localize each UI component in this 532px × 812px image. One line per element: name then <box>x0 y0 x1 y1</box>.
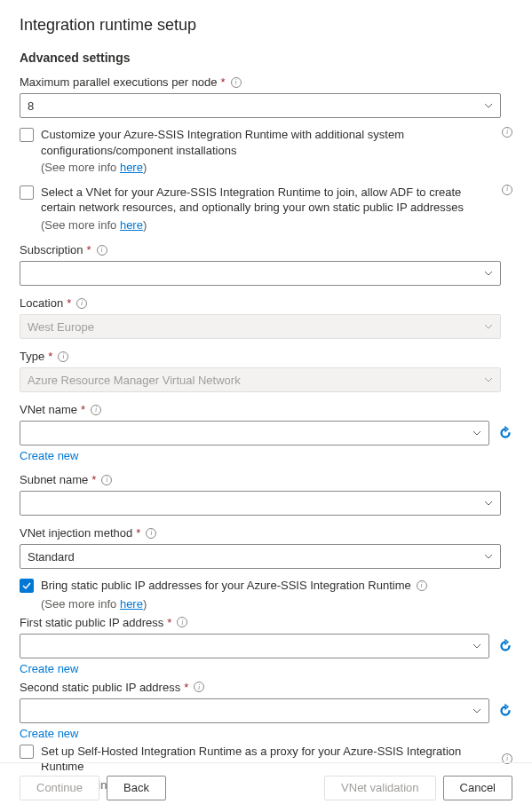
footer-bar: Continue Back VNet validation Cancel <box>0 762 532 812</box>
type-select: Azure Resource Manager Virtual Network <box>20 367 501 392</box>
info-icon[interactable] <box>417 580 427 591</box>
label-type: Type * <box>20 350 512 363</box>
required-asterisk: * <box>87 243 91 256</box>
label-second-static-ip: Second static public IP address * <box>20 681 512 694</box>
label-injection-method: VNet injection method * <box>20 526 512 540</box>
customize-checkbox[interactable] <box>20 128 34 142</box>
label-text: First static public IP address <box>20 616 163 629</box>
refresh-icon[interactable] <box>498 639 512 653</box>
vnet-validation-button: VNet validation <box>324 776 435 800</box>
info-icon[interactable] <box>231 77 242 88</box>
required-asterisk: * <box>136 526 140 540</box>
label-text: VNet name <box>20 403 77 416</box>
see-more-customize: (See more info here) <box>41 160 512 176</box>
label-text: Location <box>20 296 63 310</box>
label-vnet-name: VNet name * <box>20 403 512 416</box>
vnet-name-create-new-link[interactable]: Create new <box>20 449 78 462</box>
label-max-parallel: Maximum parallel executions per node * <box>20 75 512 89</box>
chevron-down-icon <box>472 706 481 715</box>
refresh-icon[interactable] <box>498 704 512 718</box>
here-link[interactable]: here <box>120 597 143 611</box>
label-text: VNet injection method <box>20 526 132 540</box>
info-icon[interactable] <box>146 528 156 539</box>
select-value: Azure Resource Manager Virtual Network <box>28 374 484 387</box>
vnet-select-checkbox[interactable] <box>20 185 34 200</box>
info-icon[interactable] <box>502 185 512 195</box>
info-icon[interactable] <box>91 405 101 415</box>
label-location: Location * <box>20 296 512 310</box>
label-text: Second static public IP address <box>20 681 180 694</box>
continue-button: Continue <box>20 776 99 800</box>
page-title: Integration runtime setup <box>20 16 512 35</box>
location-select: West Europe <box>20 314 501 339</box>
chevron-down-icon <box>484 375 493 384</box>
self-hosted-checkbox[interactable] <box>20 745 34 759</box>
chevron-down-icon <box>472 429 481 438</box>
second-static-ip-create-new-link[interactable]: Create new <box>20 727 78 740</box>
chevron-down-icon <box>484 269 493 278</box>
info-icon[interactable] <box>502 127 512 138</box>
see-more-vnet: (See more info here) <box>41 217 512 233</box>
vnet-name-select[interactable] <box>20 421 489 445</box>
subscription-select[interactable] <box>20 261 501 286</box>
second-static-ip-select[interactable] <box>20 698 489 723</box>
bring-static-ip-label: Bring static public IP addresses for you… <box>41 578 411 594</box>
chevron-down-icon <box>484 322 493 331</box>
info-icon[interactable] <box>76 298 87 309</box>
back-button[interactable]: Back <box>107 776 166 800</box>
label-first-static-ip: First static public IP address * <box>20 616 512 629</box>
chevron-down-icon <box>484 499 493 508</box>
select-value: Standard <box>28 550 484 564</box>
vnet-select-label: Select a VNet for your Azure-SSIS Integr… <box>41 185 495 216</box>
required-asterisk: * <box>221 75 226 89</box>
label-subnet-name: Subnet name * <box>20 473 512 486</box>
section-advanced-settings: Advanced settings <box>20 51 512 65</box>
injection-method-select[interactable]: Standard <box>20 544 501 569</box>
required-asterisk: * <box>81 403 85 416</box>
label-text: Subnet name <box>20 473 88 486</box>
info-icon[interactable] <box>194 682 204 692</box>
required-asterisk: * <box>184 681 188 694</box>
first-static-ip-create-new-link[interactable]: Create new <box>20 662 78 675</box>
required-asterisk: * <box>91 473 96 486</box>
first-static-ip-select[interactable] <box>20 634 489 658</box>
refresh-icon[interactable] <box>498 426 512 440</box>
subnet-name-select[interactable] <box>20 491 501 516</box>
label-subscription: Subscription * <box>20 243 512 256</box>
label-text: Type <box>20 350 44 363</box>
customize-label: Customize your Azure-SSIS Integration Ru… <box>41 127 495 158</box>
here-link[interactable]: here <box>120 218 143 232</box>
see-more-staticip: (See more info here) <box>41 597 512 611</box>
required-asterisk: * <box>67 296 71 310</box>
label-text: Subscription <box>20 243 83 256</box>
required-asterisk: * <box>48 350 52 363</box>
required-asterisk: * <box>167 616 171 629</box>
chevron-down-icon <box>484 552 493 561</box>
info-icon[interactable] <box>177 617 187 627</box>
max-parallel-select[interactable]: 8 <box>20 93 501 118</box>
select-value: 8 <box>28 99 484 113</box>
select-value: West Europe <box>28 320 484 334</box>
chevron-down-icon <box>484 101 493 110</box>
chevron-down-icon <box>472 642 481 650</box>
here-link[interactable]: here <box>120 161 143 174</box>
info-icon[interactable] <box>101 475 112 485</box>
cancel-button[interactable]: Cancel <box>443 776 512 800</box>
label-text: Maximum parallel executions per node <box>20 75 218 89</box>
info-icon[interactable] <box>97 245 107 256</box>
bring-static-ip-checkbox[interactable] <box>20 579 34 593</box>
info-icon[interactable] <box>58 351 68 362</box>
